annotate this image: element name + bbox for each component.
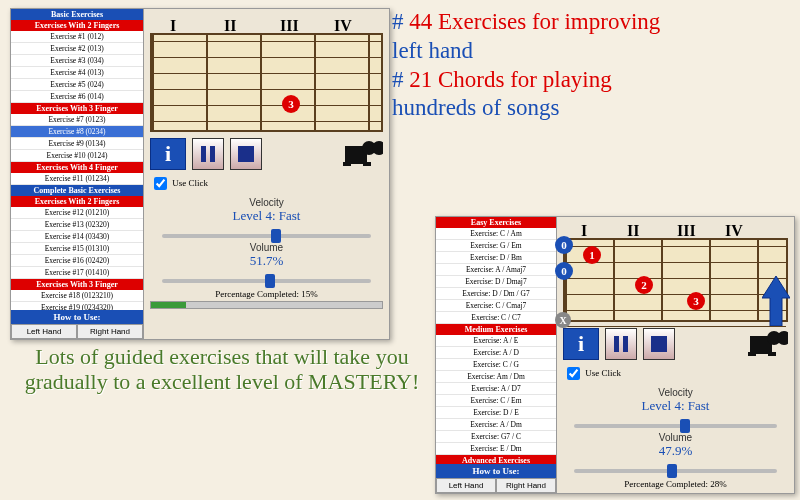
stop-button[interactable]: [230, 138, 262, 170]
list-item[interactable]: Exercise #6 (014): [11, 91, 143, 103]
velocity-slider[interactable]: [574, 424, 777, 428]
list-item[interactable]: Exercise: G / Em: [436, 240, 556, 252]
right-hand-button[interactable]: Right Hand: [496, 478, 556, 493]
list-item[interactable]: Exercise: A / D7: [436, 383, 556, 395]
list-item[interactable]: Exercise: A / Dm: [436, 419, 556, 431]
group-header: Exercises With 2 Fingers: [11, 20, 143, 31]
group-header: Medium Exercises: [436, 324, 556, 335]
list-item[interactable]: Exercise #2 (013): [11, 43, 143, 55]
list-item[interactable]: Exercise: E / Dm: [436, 443, 556, 455]
svg-rect-8: [748, 352, 756, 356]
list-item[interactable]: Exercise #18 (0123210): [11, 290, 143, 302]
exercise-list[interactable]: Basic Exercises Exercises With 2 Fingers…: [11, 9, 143, 310]
left-hand-button[interactable]: Left Hand: [436, 478, 496, 493]
velocity-value: Level 4: Fast: [150, 208, 383, 224]
list-item[interactable]: Exercise #19 (0234320): [11, 302, 143, 310]
percentage-label: Percentage Completed: 15%: [150, 289, 383, 299]
percentage-label: Percentage Completed: 28%: [563, 479, 788, 489]
fret-number: II: [224, 17, 236, 35]
group-header: Exercises With 4 Finger: [11, 162, 143, 173]
list-item[interactable]: Exercise: C / Cmaj7: [436, 300, 556, 312]
list-item[interactable]: Exercise: G7 / C: [436, 431, 556, 443]
info-button[interactable]: i: [150, 138, 186, 170]
volume-value: 51.7%: [150, 253, 383, 269]
main-panel: I II III IV 3 i Use Click Velocity Level…: [144, 9, 389, 339]
velocity-value: Level 4: Fast: [563, 398, 788, 414]
list-item[interactable]: Exercise: C / Em: [436, 395, 556, 407]
list-item[interactable]: Exercise: A / D: [436, 347, 556, 359]
finger-dot: 2: [635, 276, 653, 294]
list-item[interactable]: Exercise #13 (02320): [11, 219, 143, 231]
stop-button[interactable]: [643, 328, 675, 360]
volume-label: Volume: [563, 432, 788, 443]
up-arrow-icon[interactable]: [762, 276, 790, 330]
list-item[interactable]: Exercise #11 (01234): [11, 173, 143, 185]
list-item[interactable]: Exercise #10 (0124): [11, 150, 143, 162]
list-item[interactable]: Exercise #7 (0123): [11, 114, 143, 126]
list-item[interactable]: Exercise: Am / Dm: [436, 371, 556, 383]
use-click-checkbox[interactable]: Use Click: [150, 174, 383, 193]
list-item[interactable]: Exercise #1 (012): [11, 31, 143, 43]
list-item[interactable]: Exercise #3 (034): [11, 55, 143, 67]
right-hand-button[interactable]: Right Hand: [77, 324, 143, 339]
main-panel: I II III IV 01023X i Use Click Velocity …: [557, 217, 794, 493]
list-item[interactable]: Exercise: A / E: [436, 335, 556, 347]
list-item[interactable]: Exercise #17 (01410): [11, 267, 143, 279]
fret-number: III: [280, 17, 299, 35]
velocity-label: Velocity: [150, 197, 383, 208]
howto-header: How to Use:: [436, 464, 556, 478]
finger-dot: X: [555, 312, 571, 328]
promo-text-top: # 44 Exercises for improving left hand #…: [392, 8, 792, 123]
svg-rect-3: [343, 162, 351, 166]
list-item[interactable]: Exercise: D / Bm: [436, 252, 556, 264]
svg-rect-4: [363, 162, 371, 166]
pause-button[interactable]: [192, 138, 224, 170]
group-header: Exercises With 3 Finger: [11, 103, 143, 114]
list-item[interactable]: Exercise: C / C7: [436, 312, 556, 324]
list-item[interactable]: Exercise #14 (03430): [11, 231, 143, 243]
fret-number: I: [170, 17, 176, 35]
app-window-1: Basic Exercises Exercises With 2 Fingers…: [10, 8, 390, 340]
exercise-sidebar: Easy Exercises Exercise: C / Am Exercise…: [436, 217, 557, 493]
fret-number: IV: [725, 222, 743, 240]
fretboard: I II III IV 3: [150, 33, 383, 132]
left-hand-button[interactable]: Left Hand: [11, 324, 77, 339]
list-item[interactable]: Exercise: A / Amaj7: [436, 264, 556, 276]
info-icon: i: [165, 141, 171, 167]
info-button[interactable]: i: [563, 328, 599, 360]
use-click-checkbox[interactable]: Use Click: [563, 364, 788, 383]
promo-text-bottom: Lots of guided exercises that will take …: [14, 344, 430, 395]
fret-number: IV: [334, 17, 352, 35]
exercise-list[interactable]: Easy Exercises Exercise: C / Am Exercise…: [436, 217, 556, 464]
app-window-2: Easy Exercises Exercise: C / Am Exercise…: [435, 216, 795, 494]
fret-number: II: [627, 222, 639, 240]
progress-bar: [150, 301, 383, 309]
pause-button[interactable]: [605, 328, 637, 360]
velocity-slider[interactable]: [162, 234, 372, 238]
list-item[interactable]: Exercise: C / G: [436, 359, 556, 371]
list-item[interactable]: Exercise #4 (013): [11, 67, 143, 79]
volume-slider[interactable]: [574, 469, 777, 473]
info-icon: i: [578, 331, 584, 357]
list-item[interactable]: Exercise #15 (01310): [11, 243, 143, 255]
list-item-selected[interactable]: Exercise #8 (0234): [11, 126, 143, 138]
camera-icon[interactable]: [343, 138, 383, 170]
group-header: Advanced Exercises: [436, 455, 556, 464]
list-item[interactable]: Exercise: D / E: [436, 407, 556, 419]
list-item[interactable]: Exercise: D / Dm / G7: [436, 288, 556, 300]
list-item[interactable]: Exercise: C / Am: [436, 228, 556, 240]
exercise-sidebar: Basic Exercises Exercises With 2 Fingers…: [11, 9, 144, 339]
list-item[interactable]: Exercise #9 (0134): [11, 138, 143, 150]
volume-slider[interactable]: [162, 279, 372, 283]
finger-dot: 1: [583, 246, 601, 264]
fretboard: I II III IV 01023X: [563, 238, 788, 322]
volume-value: 47.9%: [563, 443, 788, 459]
list-item[interactable]: Exercise #12 (01210): [11, 207, 143, 219]
fret-number: I: [581, 222, 587, 240]
list-item[interactable]: Exercise #16 (02420): [11, 255, 143, 267]
group-header: Complete Basic Exercises: [11, 185, 143, 196]
group-header: Exercises With 2 Fingers: [11, 196, 143, 207]
camera-icon[interactable]: [748, 328, 788, 360]
list-item[interactable]: Exercise: D / Dmaj7: [436, 276, 556, 288]
list-item[interactable]: Exercise #5 (024): [11, 79, 143, 91]
